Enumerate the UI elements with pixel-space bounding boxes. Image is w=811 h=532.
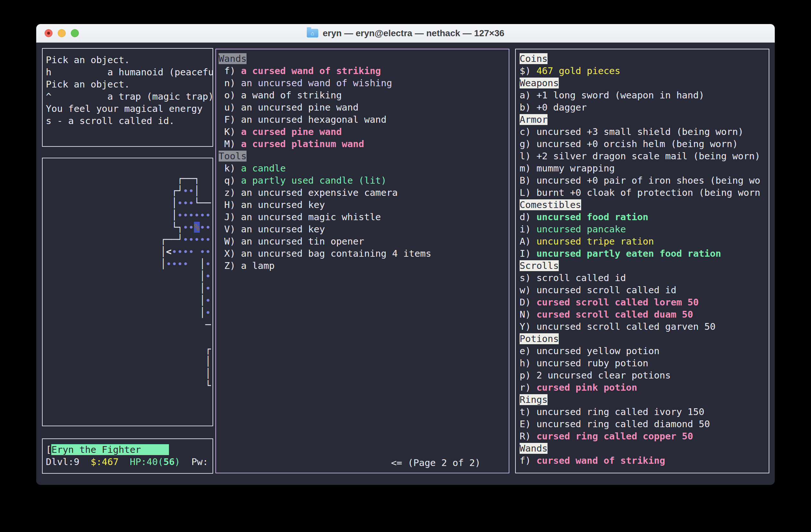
map-row: ┌──┐ xyxy=(48,172,213,185)
floor-dot: ∙ xyxy=(205,283,211,294)
inventory-item[interactable]: i) uncursed pancake xyxy=(520,223,769,235)
inventory-item[interactable]: c) uncursed +3 small shield (being worn) xyxy=(520,126,769,138)
inventory-item[interactable]: p) 2 uncursed clear potions xyxy=(520,369,769,381)
inventory-item[interactable]: J) an uncursed magic whistle xyxy=(219,211,509,223)
close-button[interactable] xyxy=(45,29,52,37)
item-selector-letter: H) xyxy=(219,199,241,210)
inventory-item[interactable]: q) a partly used candle (lit) xyxy=(219,174,509,187)
item-label: an uncursed key xyxy=(241,224,325,235)
map-row: ┌ xyxy=(48,343,213,355)
inventory-item[interactable]: d) uncursed food ration xyxy=(520,211,769,223)
inventory-item[interactable]: s) scroll called id xyxy=(520,272,769,284)
inventory-item[interactable]: k) a candle xyxy=(219,162,509,174)
inventory-item[interactable]: B) uncursed +0 pair of iron shoes (being… xyxy=(520,174,769,187)
inventory-item[interactable]: R) cursed ring called copper 50 xyxy=(520,430,769,442)
floor-dot: ∙ xyxy=(188,198,194,208)
item-selector-letter: L) xyxy=(520,187,536,198)
title-bar[interactable]: ⌂ eryn — eryn@electra — nethack — 127×36 xyxy=(36,24,775,43)
inventory-item[interactable]: f) cursed wand of striking xyxy=(520,454,769,467)
window-title: ⌂ eryn — eryn@electra — nethack — 127×36 xyxy=(307,28,505,38)
inventory-item[interactable]: z) an uncursed expensive camera xyxy=(219,187,509,199)
item-label: an uncursed expensive camera xyxy=(241,187,398,198)
inventory-item[interactable]: X) an uncursed bag containing 4 items xyxy=(219,247,509,260)
message-panel: Pick an object. h a humanoid (peaceful P… xyxy=(42,48,213,147)
item-selector-letter: W) xyxy=(219,236,241,247)
item-selector-letter: R) xyxy=(520,431,536,442)
inventory-item[interactable]: w) uncursed scroll called id xyxy=(520,284,769,296)
wall-glyph: │ xyxy=(160,258,166,269)
inventory-item[interactable]: g) uncursed +0 orcish helm (being worn) xyxy=(520,138,769,150)
inventory-item[interactable]: E) uncursed ring called diamond 50 xyxy=(520,418,769,430)
inventory-item[interactable]: h) uncursed ruby potion xyxy=(520,357,769,369)
wall-glyph: ┐ xyxy=(194,173,199,184)
inventory-item[interactable]: u) an uncursed pine wand xyxy=(219,101,509,113)
wall-glyph: └ xyxy=(194,198,199,208)
item-label: uncursed ruby potion xyxy=(536,358,648,369)
item-selector-letter: e) xyxy=(520,345,536,356)
item-label: uncursed +3 small shield (being worn) xyxy=(536,126,744,137)
inventory-item[interactable]: A) uncursed tripe ration xyxy=(520,235,769,247)
wall-glyph: │ xyxy=(205,356,211,366)
item-selector-letter: z) xyxy=(219,187,241,198)
item-selector-letter: E) xyxy=(520,419,536,429)
minimize-button[interactable] xyxy=(58,29,66,37)
map-row xyxy=(48,331,213,343)
map-row xyxy=(48,404,213,416)
inventory-item[interactable]: W) an uncursed tin opener xyxy=(219,235,509,247)
item-label: cursed pink potion xyxy=(536,382,637,393)
floor-dot: ∙ xyxy=(205,234,211,245)
item-selector-letter: h) xyxy=(520,358,536,369)
map-panel: ┌──┐ ┌┘∙∙│ │∙∙∙└── │∙∙∙∙∙∙ └┐∙∙%∙∙ ┌──┘∙… xyxy=(42,158,213,426)
item-selector-letter: A) xyxy=(520,236,536,247)
floor-dot: ∙ xyxy=(194,234,199,245)
inventory-item[interactable]: K) a cursed pine wand xyxy=(219,126,509,138)
inventory-item[interactable]: t) uncursed ring called ivory 150 xyxy=(520,406,769,418)
inventory-item[interactable]: f) a cursed wand of striking xyxy=(219,65,509,77)
inventory-item[interactable]: M) a cursed platinum wand xyxy=(219,138,509,150)
wall-glyph: ─ xyxy=(183,173,188,184)
item-label: an uncursed bag containing 4 items xyxy=(241,248,431,259)
inventory-item[interactable]: m) mummy wrapping xyxy=(520,162,769,174)
inventory-item[interactable]: Z) a lamp xyxy=(219,260,509,272)
map-row: └┐∙∙%∙∙ xyxy=(48,221,213,233)
inventory-item[interactable]: r) cursed pink potion xyxy=(520,381,769,394)
wall-glyph: └ xyxy=(171,222,177,233)
floor-dot: ∙ xyxy=(188,185,194,196)
floor-dot: ∙ xyxy=(205,295,211,306)
floor-dot: ∙ xyxy=(183,185,188,196)
window-title-text: eryn — eryn@electra — nethack — 127×36 xyxy=(323,28,505,38)
wall-glyph: ┘ xyxy=(177,185,183,196)
inventory-item[interactable]: a) +1 long sword (weapon in hand) xyxy=(520,89,769,101)
inventory-item[interactable]: F) an uncursed hexagonal wand xyxy=(219,113,509,126)
inventory-item[interactable]: I) uncursed partly eaten food ration xyxy=(520,247,769,260)
traffic-lights xyxy=(45,24,79,42)
item-label: uncursed +0 orcish helm (being worn) xyxy=(536,138,738,149)
inventory-item[interactable]: V) an uncursed key xyxy=(219,223,509,235)
wall-glyph: │ xyxy=(171,198,177,208)
cursor-item-glyph: % xyxy=(194,222,199,233)
inventory-item[interactable]: L) burnt +0 cloak of protection (being w… xyxy=(520,187,769,199)
item-selector-letter: b) xyxy=(520,102,536,113)
inventory-item[interactable]: H) an uncursed key xyxy=(219,199,509,211)
inventory-item[interactable]: Y) uncursed scroll called garven 50 xyxy=(520,320,769,333)
inventory-item[interactable]: b) +0 dagger xyxy=(520,101,769,113)
wall-glyph: ┌ xyxy=(171,185,177,196)
wall-glyph: ┌ xyxy=(205,344,211,355)
inventory-item[interactable]: e) uncursed yellow potion xyxy=(520,345,769,357)
floor-dot: ∙ xyxy=(183,209,188,220)
inventory-section-header: Weapons xyxy=(520,78,559,89)
floor-dot: ∙ xyxy=(183,246,188,257)
inventory-item[interactable]: $) 467 gold pieces xyxy=(520,65,769,77)
inventory-item[interactable]: D) cursed scroll called lorem 50 xyxy=(520,296,769,308)
inventory-item[interactable]: l) +2 silver dragon scale mail (being wo… xyxy=(520,150,769,162)
item-selector-letter: g) xyxy=(520,138,536,149)
floor-dot: ∙ xyxy=(177,258,183,269)
inventory-item[interactable]: n) an uncursed wand of wishing xyxy=(219,77,509,89)
item-selector-letter: F) xyxy=(219,114,241,125)
inventory-item[interactable]: o) a wand of striking xyxy=(219,89,509,101)
inventory-item[interactable]: N) cursed scroll called duam 50 xyxy=(520,308,769,320)
wall-glyph: │ xyxy=(194,185,199,196)
floor-dot: ∙ xyxy=(183,198,188,208)
item-selector-letter: m) xyxy=(520,163,536,174)
zoom-button[interactable] xyxy=(71,29,79,37)
